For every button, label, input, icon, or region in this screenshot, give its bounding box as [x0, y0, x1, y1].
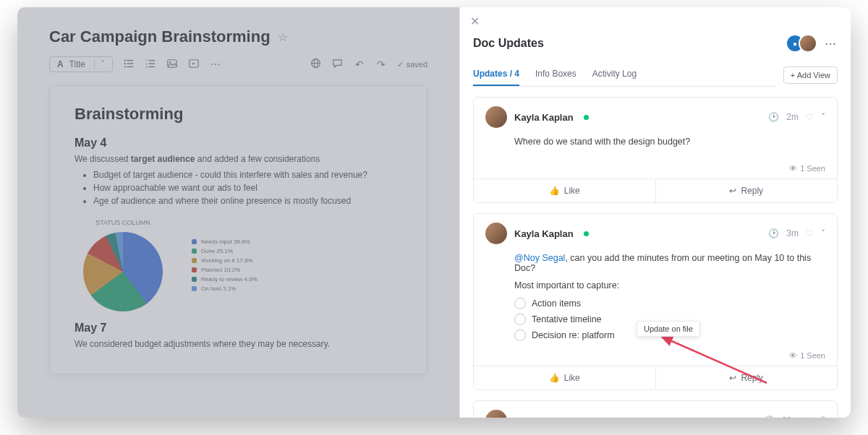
panel-more-icon[interactable]: ⋯: [825, 37, 838, 51]
legend-item: Ready to review 4.0%: [192, 276, 258, 283]
avatar: [485, 106, 507, 128]
svg-point-2: [124, 62, 126, 64]
online-status-icon: [584, 231, 589, 236]
numbered-list-icon[interactable]: 123: [145, 59, 156, 71]
svg-rect-11: [148, 66, 155, 66]
pie-chart: [83, 232, 163, 311]
chevron-down-icon[interactable]: ˅: [821, 112, 825, 122]
chart-title: STATUS COLUMN: [83, 219, 163, 226]
add-view-button[interactable]: + Add View: [783, 66, 838, 84]
checkbox[interactable]: [514, 330, 526, 341]
seen-indicator: 👁1 Seen: [474, 164, 837, 178]
legend-item: Working on it 17.8%: [192, 257, 258, 264]
svg-rect-5: [127, 66, 133, 66]
svg-rect-7: [148, 59, 155, 60]
tab-info-boxes[interactable]: Info Boxes: [535, 63, 576, 86]
legend-item: Planned 10.2%: [192, 267, 258, 273]
image-icon[interactable]: [166, 59, 178, 71]
timestamp: 3m: [786, 228, 799, 238]
avatar: [485, 223, 507, 244]
checklist-item: Tentative timeline: [532, 314, 602, 324]
clock-icon: 🕑: [764, 415, 775, 418]
like-button[interactable]: 👍Like: [474, 179, 655, 202]
reply-icon: ↩: [729, 186, 736, 196]
legend-item: On hold 3.1%: [192, 285, 258, 292]
reply-button[interactable]: ↩Reply: [655, 179, 838, 202]
saved-indicator: ✓ saved: [397, 60, 427, 69]
embed-icon[interactable]: [188, 59, 200, 71]
chart-legend: Needs input 39.8%Done 25.1%Working on it…: [192, 238, 258, 292]
list-item: How approachable we want our ads to feel: [93, 183, 402, 193]
tab-activity-log[interactable]: Activity Log: [592, 63, 637, 86]
timestamp: 20m: [782, 415, 799, 418]
bell-icon[interactable]: ♡: [806, 112, 814, 122]
close-icon[interactable]: ✕: [470, 15, 480, 27]
share-icon[interactable]: [310, 58, 322, 71]
document-panel: Car Campaign Brainstorming ☆ A Title ˅ 1…: [17, 7, 459, 418]
update-text: @Noy Segal, can you add the minutes from…: [514, 253, 825, 273]
comment-icon[interactable]: [332, 58, 344, 71]
section-intro: We discussed target audience and added a…: [75, 154, 402, 164]
page-title: Car Campaign Brainstorming: [49, 27, 271, 46]
clock-icon: 🕑: [768, 112, 779, 122]
update-text: Where do we stand with the design budget…: [514, 137, 825, 147]
checklist-item: Action items: [532, 298, 581, 309]
svg-line-18: [662, 337, 767, 383]
svg-point-4: [124, 66, 126, 67]
legend-item: Needs input 39.8%: [192, 238, 258, 245]
chevron-down-icon: ˅: [94, 59, 105, 69]
undo-icon[interactable]: ↶: [354, 59, 365, 70]
clock-icon: 🕑: [768, 228, 779, 238]
more-icon[interactable]: ⋯: [210, 59, 221, 70]
viewer-avatars[interactable]: ●: [791, 34, 817, 53]
section-intro: We considered budget adjustments where t…: [75, 339, 402, 349]
annotation-arrow-icon: [651, 332, 781, 390]
update-subhead: Most important to capture:: [514, 280, 825, 290]
tab-updates[interactable]: Updates / 4: [473, 63, 519, 86]
timestamp: 2m: [786, 112, 799, 122]
bullet-list: Budget of target audience - could this i…: [75, 170, 402, 206]
author-name: Kayla Kaplan: [514, 228, 574, 239]
favorite-star-icon[interactable]: ☆: [278, 30, 288, 44]
online-status-icon: [584, 115, 589, 120]
chevron-down-icon[interactable]: ˅: [821, 228, 825, 238]
svg-rect-9: [148, 63, 155, 64]
svg-text:3: 3: [145, 65, 148, 69]
svg-point-13: [169, 61, 171, 63]
list-item: Age of audience and where their online p…: [93, 196, 402, 206]
document-page: Brainstorming May 4 We discussed target …: [49, 85, 427, 374]
author-name: Kayla Kaplan: [514, 415, 574, 418]
section-heading: May 4: [75, 137, 402, 150]
svg-rect-12: [168, 59, 176, 67]
title-style-selector[interactable]: A Title ˅: [49, 56, 113, 72]
annotation-tooltip: Update on file: [637, 321, 700, 337]
avatar: [799, 34, 817, 53]
update-card: Kayla Kaplan 🕑 2m ♡ ˅ Where do we stand …: [473, 97, 838, 203]
panel-tabs: Updates / 4 Info Boxes Activity Log: [473, 63, 776, 87]
bell-icon[interactable]: ♡: [806, 415, 814, 418]
bell-icon[interactable]: ♡: [806, 228, 814, 238]
svg-rect-1: [127, 59, 133, 60]
chevron-down-icon[interactable]: ˅: [821, 415, 825, 418]
svg-rect-3: [127, 63, 133, 64]
checklist-item: Decision re: platform: [532, 330, 615, 340]
doc-heading: Brainstorming: [75, 105, 402, 124]
panel-title: Doc Updates: [473, 37, 544, 50]
status-chart: STATUS COLUMN Needs input 39.8%Done 25.1…: [83, 219, 402, 311]
author-name: Kayla Kaplan: [514, 112, 574, 123]
thumbs-up-icon: 👍: [549, 373, 560, 383]
legend-item: Done 25.1%: [192, 248, 258, 254]
svg-point-0: [124, 59, 126, 61]
bulleted-list-icon[interactable]: [123, 59, 135, 71]
update-card: Kayla Kaplan 🕑 20m ♡ ˅: [473, 400, 838, 418]
redo-icon[interactable]: ↷: [375, 59, 387, 70]
avatar: [485, 410, 507, 418]
checkbox[interactable]: [514, 314, 526, 325]
mention[interactable]: @Noy Segal: [514, 253, 565, 263]
thumbs-up-icon: 👍: [549, 186, 560, 196]
list-item: Budget of target audience - could this i…: [93, 170, 402, 180]
section-heading: May 7: [75, 322, 402, 335]
doc-toolbar: A Title ˅ 123 ⋯: [49, 56, 427, 72]
like-button[interactable]: 👍Like: [474, 366, 655, 389]
checkbox[interactable]: [514, 298, 526, 309]
